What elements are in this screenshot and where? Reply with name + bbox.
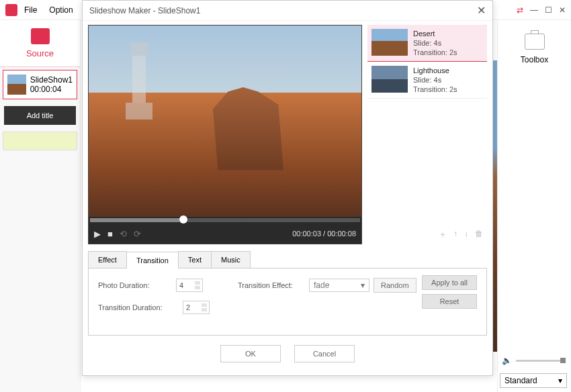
toolbox-label: Toolbox bbox=[521, 55, 548, 64]
app-logo bbox=[5, 4, 17, 16]
add-icon[interactable]: ＋ bbox=[439, 229, 447, 240]
delete-icon[interactable]: 🗑 bbox=[475, 229, 483, 240]
dialog-title: Slideshow Maker - SlideShow1 bbox=[89, 6, 200, 15]
quality-select[interactable]: Standard▾ bbox=[500, 373, 567, 388]
reset-button[interactable]: Reset bbox=[422, 294, 477, 309]
volume-icon[interactable]: 🔈 bbox=[502, 356, 512, 365]
transition-duration-input[interactable]: 2 bbox=[183, 301, 210, 314]
preview-canvas bbox=[89, 26, 361, 217]
menu-option[interactable]: Option bbox=[49, 5, 73, 15]
photo-duration-input[interactable]: 4 bbox=[176, 279, 203, 292]
source-icon bbox=[31, 28, 50, 44]
playlist-item[interactable]: Desert Slide: 4s Transition: 2s bbox=[367, 25, 487, 62]
transition-panel: Photo Duration: 4 Transition Effect: fad… bbox=[88, 268, 487, 336]
tab-effect[interactable]: Effect bbox=[88, 251, 127, 268]
cart-icon[interactable]: ⇄ bbox=[517, 5, 523, 15]
move-down-icon[interactable]: ↓ bbox=[464, 229, 468, 240]
transition-effect-select[interactable]: fade▾ bbox=[309, 279, 369, 292]
timeline-strip[interactable] bbox=[3, 132, 77, 150]
tab-bar: Effect Transition Text Music bbox=[88, 251, 487, 268]
cancel-button[interactable]: Cancel bbox=[294, 345, 355, 362]
move-up-icon[interactable]: ↑ bbox=[453, 229, 457, 240]
apply-all-button[interactable]: Apply to all bbox=[422, 275, 477, 290]
source-tab[interactable]: Source bbox=[0, 20, 80, 67]
time-display: 00:00:03 / 00:00:08 bbox=[292, 230, 356, 238]
ok-button[interactable]: OK bbox=[220, 345, 281, 362]
playlist-actions: ＋ ↑ ↓ 🗑 bbox=[367, 225, 487, 244]
playlist-item[interactable]: Lighthouse Slide: 4s Transition: 2s bbox=[367, 62, 487, 99]
toolbox-icon[interactable] bbox=[525, 34, 545, 50]
volume-control[interactable]: 🔈 bbox=[502, 356, 566, 365]
close-icon[interactable]: ✕ bbox=[559, 5, 566, 15]
right-sidebar: Toolbox bbox=[497, 20, 571, 392]
transition-duration-label: Transition Duration: bbox=[98, 303, 179, 311]
preview-player: ▶ ■ ⟲ ⟳ 00:00:03 / 00:00:08 bbox=[88, 25, 362, 244]
play-button[interactable]: ▶ bbox=[94, 229, 101, 239]
maximize-icon[interactable]: ☐ bbox=[545, 5, 552, 15]
slide-name: SlideShow1 bbox=[30, 75, 73, 85]
tab-music[interactable]: Music bbox=[211, 251, 251, 268]
slideshow-maker-dialog: Slideshow Maker - SlideShow1 ✕ ▶ ■ ⟲ ⟳ 0… bbox=[82, 0, 493, 376]
source-label: Source bbox=[0, 48, 80, 58]
slide-duration: 00:00:04 bbox=[30, 85, 73, 94]
rotate-left-icon[interactable]: ⟲ bbox=[120, 229, 127, 239]
main-menu: File Option bbox=[24, 5, 73, 15]
minimize-icon[interactable]: — bbox=[530, 5, 538, 15]
tab-text[interactable]: Text bbox=[178, 251, 212, 268]
random-button[interactable]: Random bbox=[374, 278, 416, 293]
playlist: Desert Slide: 4s Transition: 2s Lighthou… bbox=[367, 25, 487, 244]
playlist-thumb bbox=[371, 29, 408, 56]
transition-effect-label: Transition Effect: bbox=[238, 281, 305, 289]
stop-button[interactable]: ■ bbox=[107, 229, 113, 239]
chevron-down-icon: ▾ bbox=[558, 376, 562, 385]
dialog-close-icon[interactable]: ✕ bbox=[477, 4, 486, 17]
tab-transition[interactable]: Transition bbox=[126, 252, 179, 268]
chevron-down-icon: ▾ bbox=[361, 281, 365, 290]
menu-file[interactable]: File bbox=[24, 5, 37, 15]
left-sidebar: Source SlideShow1 00:00:04 Add title bbox=[0, 20, 81, 392]
slide-item[interactable]: SlideShow1 00:00:04 bbox=[3, 70, 77, 99]
seek-bar[interactable] bbox=[90, 218, 360, 222]
photo-duration-label: Photo Duration: bbox=[98, 281, 172, 289]
playlist-thumb bbox=[371, 66, 408, 93]
add-title-button[interactable]: Add title bbox=[4, 106, 76, 125]
slide-thumb bbox=[7, 75, 26, 95]
rotate-right-icon[interactable]: ⟳ bbox=[134, 229, 141, 239]
